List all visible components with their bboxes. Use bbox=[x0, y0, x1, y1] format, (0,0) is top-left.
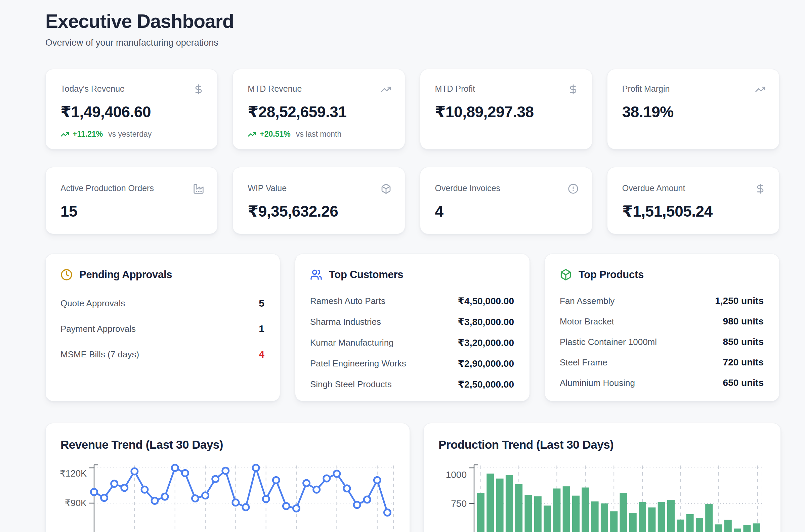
kpi-change-percent: +20.51% bbox=[260, 130, 290, 139]
revenue-trend-chart: ₹120K₹90K bbox=[60, 456, 395, 532]
kpi-value: 4 bbox=[435, 202, 579, 220]
revenue-trend-card: Revenue Trend (Last 30 Days) ₹120K₹90K bbox=[45, 423, 410, 532]
kpi-label: MTD Revenue bbox=[248, 84, 302, 94]
kpi-label: MTD Profit bbox=[435, 84, 475, 94]
kpi-card-overdue-amount: Overdue Amount ₹1,51,505.24 bbox=[607, 167, 780, 234]
kpi-label: Overdue Amount bbox=[622, 183, 686, 193]
kpi-value: 38.19% bbox=[622, 103, 766, 121]
product-units: 720 units bbox=[723, 357, 764, 368]
line-chart-svg: ₹120K₹90K bbox=[60, 456, 395, 532]
production-trend-chart: 1000750 bbox=[438, 456, 766, 532]
kpi-label: Profit Margin bbox=[622, 84, 670, 94]
alert-circle-icon bbox=[568, 183, 579, 194]
top-products-card: Top Products Fan Assembly 1,250 units Mo… bbox=[545, 253, 780, 401]
production-trend-card: Production Trend (Last 30 Days) 1000750 bbox=[423, 423, 781, 532]
package-icon bbox=[560, 269, 572, 281]
widget-title: Top Products bbox=[579, 269, 644, 281]
kpi-value: ₹10,89,297.38 bbox=[435, 103, 579, 121]
package-icon bbox=[381, 183, 391, 194]
kpi-card-todays-revenue: Today's Revenue ₹1,49,406.60 +11.21% vs … bbox=[45, 69, 218, 150]
kpi-card-overdue-invoices: Overdue Invoices 4 bbox=[420, 167, 592, 234]
approval-label: MSME Bills (7 days) bbox=[60, 349, 139, 360]
kpi-label: WIP Value bbox=[248, 183, 286, 193]
dollar-icon bbox=[568, 84, 579, 95]
clock-icon bbox=[60, 269, 73, 281]
approval-count: 4 bbox=[259, 349, 264, 360]
svg-text:1000: 1000 bbox=[446, 470, 467, 480]
list-item: MSME Bills (7 days) 4 bbox=[60, 349, 264, 360]
list-item: Plastic Container 1000ml 850 units bbox=[560, 337, 764, 347]
dollar-icon bbox=[755, 183, 766, 194]
chart-title: Revenue Trend (Last 30 Days) bbox=[60, 438, 395, 451]
kpi-change-note: vs last month bbox=[296, 130, 342, 139]
approval-count: 1 bbox=[259, 323, 264, 335]
kpi-value: ₹28,52,659.31 bbox=[248, 103, 391, 121]
product-units: 850 units bbox=[723, 337, 764, 347]
approval-count: 5 bbox=[259, 298, 264, 309]
trending-up-icon bbox=[755, 84, 766, 95]
list-item: Fan Assembly 1,250 units bbox=[560, 296, 764, 306]
kpi-value: ₹1,51,505.24 bbox=[622, 202, 766, 220]
svg-text:₹90K: ₹90K bbox=[65, 498, 87, 508]
customer-name: Sharma Industries bbox=[310, 317, 381, 327]
product-name: Aluminium Housing bbox=[560, 378, 635, 388]
kpi-row-1: Today's Revenue ₹1,49,406.60 +11.21% vs … bbox=[45, 69, 780, 150]
trending-up-icon bbox=[381, 84, 391, 95]
widget-title: Pending Approvals bbox=[79, 269, 172, 281]
kpi-card-mtd-revenue: MTD Revenue ₹28,52,659.31 +20.51% vs las… bbox=[232, 69, 405, 150]
kpi-card-active-production-orders: Active Production Orders 15 bbox=[45, 167, 218, 234]
customer-name: Kumar Manufacturing bbox=[310, 338, 394, 348]
list-item: Patel Engineering Works ₹2,90,000.00 bbox=[310, 358, 514, 369]
customer-amount: ₹2,50,000.00 bbox=[458, 379, 514, 390]
approval-label: Quote Approvals bbox=[60, 298, 125, 309]
charts-row: Revenue Trend (Last 30 Days) ₹120K₹90K P… bbox=[45, 423, 780, 532]
kpi-change-percent: +11.21% bbox=[73, 130, 103, 139]
kpi-card-wip-value: WIP Value ₹9,35,632.26 bbox=[232, 167, 405, 234]
customer-amount: ₹3,20,000.00 bbox=[458, 337, 514, 348]
list-item: Sharma Industries ₹3,80,000.00 bbox=[310, 316, 514, 327]
dollar-icon bbox=[193, 84, 204, 95]
kpi-card-mtd-profit: MTD Profit ₹10,89,297.38 bbox=[420, 69, 592, 150]
list-item: Steel Frame 720 units bbox=[560, 357, 764, 368]
bar-chart-svg: 1000750 bbox=[438, 456, 766, 532]
page-title: Executive Dashboard bbox=[45, 10, 780, 32]
customer-amount: ₹3,80,000.00 bbox=[458, 316, 514, 327]
kpi-value: 15 bbox=[60, 202, 204, 220]
pending-approvals-card: Pending Approvals Quote Approvals 5 Paym… bbox=[45, 253, 280, 401]
kpi-label: Overdue Invoices bbox=[435, 183, 501, 193]
page-subtitle: Overview of your manufacturing operation… bbox=[45, 38, 780, 48]
kpi-label: Today's Revenue bbox=[60, 84, 125, 94]
customer-name: Patel Engineering Works bbox=[310, 358, 406, 369]
list-item: Singh Steel Products ₹2,50,000.00 bbox=[310, 379, 514, 390]
kpi-value: ₹9,35,632.26 bbox=[248, 202, 391, 220]
kpi-label: Active Production Orders bbox=[60, 183, 154, 193]
factory-icon bbox=[193, 183, 204, 194]
widget-title: Top Customers bbox=[329, 269, 403, 281]
list-item: Aluminium Housing 650 units bbox=[560, 378, 764, 388]
product-units: 980 units bbox=[723, 316, 764, 327]
product-units: 1,250 units bbox=[715, 296, 764, 306]
product-name: Plastic Container 1000ml bbox=[560, 337, 657, 347]
dashboard-page: Executive Dashboard Overview of your man… bbox=[0, 0, 805, 532]
kpi-card-profit-margin: Profit Margin 38.19% bbox=[607, 69, 780, 150]
kpi-row-2: Active Production Orders 15 WIP Value ₹9… bbox=[45, 167, 780, 234]
list-item: Ramesh Auto Parts ₹4,50,000.00 bbox=[310, 296, 514, 307]
trending-up-icon bbox=[248, 130, 256, 139]
users-icon bbox=[310, 269, 322, 281]
list-item: Payment Approvals 1 bbox=[60, 323, 264, 335]
svg-text:₹120K: ₹120K bbox=[60, 469, 87, 479]
list-item: Motor Bracket 980 units bbox=[560, 316, 764, 327]
approval-label: Payment Approvals bbox=[60, 324, 136, 334]
trending-up-icon bbox=[60, 130, 69, 139]
customer-amount: ₹4,50,000.00 bbox=[458, 296, 514, 307]
product-name: Fan Assembly bbox=[560, 296, 615, 306]
top-customers-card: Top Customers Ramesh Auto Parts ₹4,50,00… bbox=[295, 253, 530, 401]
customer-amount: ₹2,90,000.00 bbox=[458, 358, 514, 369]
list-item: Quote Approvals 5 bbox=[60, 298, 264, 309]
product-name: Motor Bracket bbox=[560, 316, 614, 327]
svg-text:750: 750 bbox=[451, 498, 467, 509]
customer-name: Ramesh Auto Parts bbox=[310, 296, 386, 306]
widgets-row: Pending Approvals Quote Approvals 5 Paym… bbox=[45, 253, 780, 401]
list-item: Kumar Manufacturing ₹3,20,000.00 bbox=[310, 337, 514, 348]
product-name: Steel Frame bbox=[560, 357, 607, 368]
